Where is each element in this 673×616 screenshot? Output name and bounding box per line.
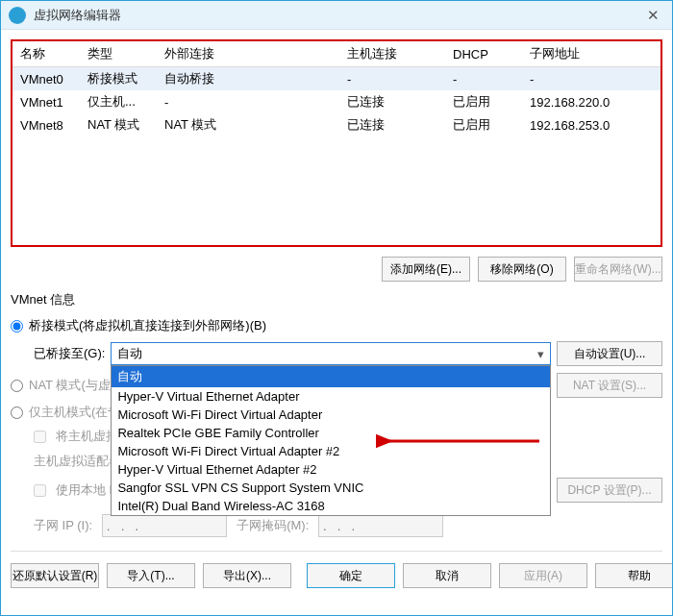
dhcp-checkbox: [34, 484, 46, 497]
cell-subnet: -: [522, 67, 661, 91]
subnet-mask-label: 子网掩码(M):: [237, 517, 309, 534]
titlebar: 虚拟网络编辑器 ✕: [1, 1, 672, 30]
cell-host: -: [339, 67, 445, 91]
cancel-button[interactable]: 取消: [403, 563, 491, 588]
col-dhcp[interactable]: DHCP: [445, 41, 522, 67]
adapter-option[interactable]: Microsoft Wi-Fi Direct Virtual Adapter: [112, 406, 550, 424]
table-actions: 添加网络(E)... 移除网络(O) 重命名网络(W)...: [11, 247, 662, 289]
bridged-adapter-dropdown[interactable]: 自动Hyper-V Virtual Ethernet AdapterMicros…: [111, 365, 551, 516]
cell-type: 桥接模式: [80, 67, 157, 91]
hostonly-radio[interactable]: [11, 407, 23, 419]
divider: [11, 551, 662, 552]
cell-type: 仅主机...: [80, 90, 157, 113]
col-ext[interactable]: 外部连接: [157, 41, 339, 67]
table-row[interactable]: VMnet8NAT 模式NAT 模式已连接已启用192.168.253.0: [12, 113, 661, 136]
bridged-to-row: 已桥接至(G): 自动 自动Hyper-V Virtual Ethernet A…: [11, 337, 662, 370]
remove-network-button[interactable]: 移除网络(O): [478, 257, 566, 282]
cell-dhcp: -: [445, 67, 522, 91]
bridged-to-label: 已桥接至(G):: [34, 345, 105, 362]
cell-name: VMnet0: [12, 67, 80, 91]
col-type[interactable]: 类型: [80, 41, 157, 67]
cell-ext: -: [157, 90, 339, 113]
window-title: 虚拟网络编辑器: [34, 7, 641, 24]
cell-host: 已连接: [339, 90, 445, 113]
cell-name: VMnet8: [12, 113, 80, 136]
import-button[interactable]: 导入(T)...: [107, 563, 195, 588]
cell-dhcp: 已启用: [445, 90, 522, 113]
subnet-ip-input: [102, 514, 227, 537]
adapter-option[interactable]: Microsoft Wi-Fi Direct Virtual Adapter #…: [112, 442, 550, 460]
adapter-option[interactable]: Sangfor SSL VPN CS Support System VNIC: [112, 479, 550, 497]
table-row[interactable]: VMnet0桥接模式自动桥接---: [12, 67, 661, 91]
cell-subnet: 192.168.253.0: [522, 113, 661, 136]
subnet-ip-label: 子网 IP (I):: [34, 517, 92, 534]
cell-dhcp: 已启用: [445, 113, 522, 136]
bridged-radio-label: 桥接模式(将虚拟机直接连接到外部网络)(B): [29, 317, 266, 334]
bridged-radio[interactable]: [11, 320, 23, 333]
apply-button: 应用(A): [499, 563, 587, 588]
cell-subnet: 192.168.220.0: [522, 90, 661, 113]
dialog-body: 名称 类型 外部连接 主机连接 DHCP 子网地址 VMnet0桥接模式自动桥接…: [1, 30, 672, 615]
bridged-adapter-select[interactable]: 自动 自动Hyper-V Virtual Ethernet AdapterMic…: [111, 342, 551, 365]
nat-settings-button: NAT 设置(S)...: [557, 373, 662, 398]
virtual-network-editor-window: 虚拟网络编辑器 ✕ 名称 类型 外部连接 主机连接 DHCP 子网地址 VMne…: [0, 0, 673, 616]
add-network-button[interactable]: 添加网络(E)...: [382, 257, 470, 282]
ok-button[interactable]: 确定: [307, 563, 395, 588]
bottom-buttons: 还原默认设置(R) 导入(T)... 导出(X)... 确定 取消 应用(A) …: [11, 559, 662, 590]
export-button[interactable]: 导出(X)...: [203, 563, 291, 588]
adapter-option[interactable]: Intel(R) Dual Band Wireless-AC 3168: [112, 497, 550, 515]
bridged-mode-radio-row[interactable]: 桥接模式(将虚拟机直接连接到外部网络)(B): [11, 314, 662, 337]
nat-radio[interactable]: [11, 380, 23, 392]
adapter-option[interactable]: Hyper-V Virtual Ethernet Adapter #2: [112, 460, 550, 479]
close-icon[interactable]: ✕: [641, 7, 664, 24]
app-icon: [9, 7, 26, 24]
adapter-option[interactable]: Realtek PCIe GBE Family Controller: [112, 424, 550, 442]
cell-ext: NAT 模式: [157, 113, 339, 136]
adapter-option[interactable]: 自动: [112, 366, 550, 387]
table-row[interactable]: VMnet1仅主机...-已连接已启用192.168.220.0: [12, 90, 661, 113]
table-header-row: 名称 类型 外部连接 主机连接 DHCP 子网地址: [12, 41, 661, 67]
help-button[interactable]: 帮助: [595, 563, 672, 588]
adapter-option[interactable]: Hyper-V Virtual Ethernet Adapter: [112, 387, 550, 406]
auto-settings-button[interactable]: 自动设置(U)...: [557, 341, 662, 366]
bridged-adapter-value: 自动: [117, 345, 142, 362]
cell-ext: 自动桥接: [157, 67, 339, 91]
network-table[interactable]: 名称 类型 外部连接 主机连接 DHCP 子网地址 VMnet0桥接模式自动桥接…: [11, 39, 662, 247]
dhcp-settings-button: DHCP 设置(P)...: [557, 478, 662, 503]
col-subnet[interactable]: 子网地址: [522, 41, 661, 67]
subnet-mask-input: [318, 514, 443, 537]
rename-network-button: 重命名网络(W)...: [574, 257, 662, 282]
bridged-adapter-display[interactable]: 自动: [111, 342, 551, 365]
col-host[interactable]: 主机连接: [339, 41, 445, 67]
cell-type: NAT 模式: [80, 113, 157, 136]
cell-name: VMnet1: [12, 90, 80, 113]
restore-defaults-button[interactable]: 还原默认设置(R): [11, 563, 99, 588]
cell-host: 已连接: [339, 113, 445, 136]
vmnet-info-section: 桥接模式(将虚拟机直接连接到外部网络)(B) 已桥接至(G): 自动 自动Hyp…: [11, 314, 662, 541]
vmnet-info-heading: VMnet 信息: [11, 289, 662, 314]
connect-host-checkbox: [34, 431, 46, 443]
col-name[interactable]: 名称: [12, 41, 80, 67]
